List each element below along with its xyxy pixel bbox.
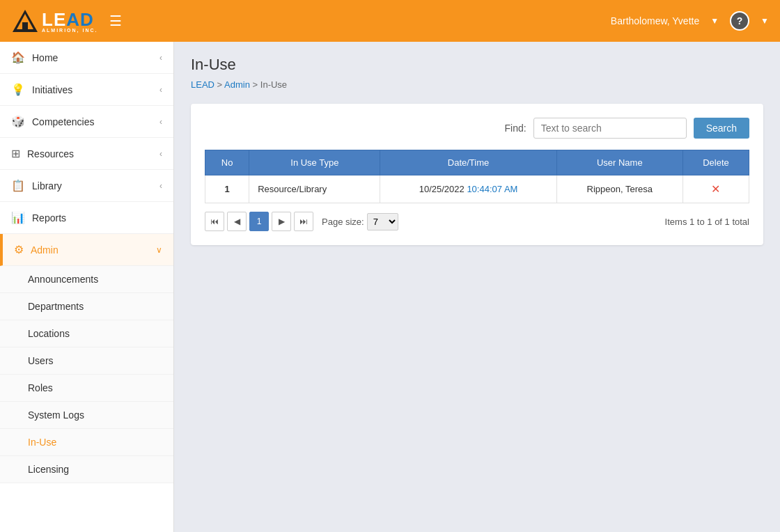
page-first[interactable]: ⏮ xyxy=(205,212,224,231)
search-bar: Find: Search xyxy=(205,118,749,139)
admin-submenu: Announcements Departments Locations User… xyxy=(0,266,173,483)
cell-time: 10:44:07 AM xyxy=(467,184,517,194)
page-1[interactable]: 1 xyxy=(249,212,269,231)
sidebar-label-competencies: Competencies xyxy=(32,116,95,127)
sidebar: 🏠 Home ‹ 💡 Initiatives ‹ 🎲 Competencies … xyxy=(0,42,174,532)
svg-rect-2 xyxy=(22,22,28,29)
breadcrumb: LEAD > Admin > In-Use xyxy=(191,79,763,90)
competencies-icon: 🎲 xyxy=(11,115,25,128)
competencies-caret: ‹ xyxy=(159,117,162,127)
layout: 🏠 Home ‹ 💡 Initiatives ‹ 🎲 Competencies … xyxy=(0,42,780,532)
library-caret: ‹ xyxy=(159,181,162,191)
home-icon: 🏠 xyxy=(11,51,25,64)
user-dropdown-caret[interactable]: ▼ xyxy=(710,16,719,26)
logo-icon xyxy=(11,7,39,35)
sidebar-item-initiatives[interactable]: 💡 Initiatives ‹ xyxy=(0,74,173,106)
submenu-item-departments[interactable]: Departments xyxy=(0,293,173,320)
table-header: No In Use Type Date/Time User Name Delet… xyxy=(205,150,749,175)
submenu-item-licensing[interactable]: Licensing xyxy=(0,456,173,483)
sidebar-label-library: Library xyxy=(32,180,62,191)
submenu-item-roles[interactable]: Roles xyxy=(0,375,173,402)
col-no: No xyxy=(205,150,249,175)
submenu-item-announcements[interactable]: Announcements xyxy=(0,266,173,293)
logo-text: LEAD ALMIRION, INC. xyxy=(42,9,98,33)
logo: LEAD ALMIRION, INC. xyxy=(11,7,98,35)
help-caret[interactable]: ▼ xyxy=(760,16,769,26)
initiatives-icon: 💡 xyxy=(11,83,25,96)
library-icon: 📋 xyxy=(11,179,25,192)
search-label: Find: xyxy=(505,123,526,134)
reports-icon: 📊 xyxy=(11,211,25,224)
page-size-label: Page size: xyxy=(322,217,364,227)
cell-date: 10/25/2022 xyxy=(419,184,465,194)
cell-in-use-type: Resource/Library xyxy=(249,175,380,203)
sidebar-item-resources[interactable]: ⊞ Resources ‹ xyxy=(0,138,173,170)
breadcrumb-sep1: > xyxy=(217,79,225,90)
sidebar-item-library[interactable]: 📋 Library ‹ xyxy=(0,170,173,202)
pagination-bar: ⏮ ◀ 1 ▶ ⏭ Page size: 7 10 25 Items 1 to … xyxy=(205,212,749,231)
content-card: Find: Search No In Use Type Date/Time Us… xyxy=(191,104,763,245)
page-title: In-Use xyxy=(191,56,763,74)
home-caret: ‹ xyxy=(159,53,162,63)
breadcrumb-current: In-Use xyxy=(260,79,287,90)
cell-username: Rippeon, Teresa xyxy=(556,175,682,203)
delete-button[interactable]: ✕ xyxy=(711,182,720,196)
submenu-item-in-use[interactable]: In-Use xyxy=(0,429,173,456)
search-button[interactable]: Search xyxy=(694,118,749,139)
admin-caret: ∨ xyxy=(156,245,162,255)
sidebar-label-resources: Resources xyxy=(27,148,74,159)
page-next[interactable]: ▶ xyxy=(272,212,291,231)
resources-caret: ‹ xyxy=(159,149,162,159)
sidebar-label-admin: Admin xyxy=(31,244,58,256)
breadcrumb-admin[interactable]: Admin xyxy=(224,79,250,90)
sidebar-item-home[interactable]: 🏠 Home ‹ xyxy=(0,42,173,74)
page-size-select[interactable]: 7 10 25 xyxy=(367,213,398,230)
breadcrumb-lead[interactable]: LEAD xyxy=(191,79,214,90)
submenu-item-users[interactable]: Users xyxy=(0,347,173,375)
top-navbar: LEAD ALMIRION, INC. ☰ Bartholomew, Yvett… xyxy=(0,0,780,42)
user-name[interactable]: Bartholomew, Yvette xyxy=(611,15,699,26)
sidebar-item-competencies[interactable]: 🎲 Competencies ‹ xyxy=(0,106,173,138)
breadcrumb-sep2: > xyxy=(253,79,260,90)
sidebar-item-reports[interactable]: 📊 Reports xyxy=(0,202,173,234)
submenu-item-system-logs[interactable]: System Logs xyxy=(0,402,173,429)
col-in-use-type: In Use Type xyxy=(249,150,380,175)
admin-icon: ⚙ xyxy=(14,243,24,256)
cell-no: 1 xyxy=(205,175,249,203)
sidebar-label-initiatives: Initiatives xyxy=(32,84,72,95)
nav-left: LEAD ALMIRION, INC. ☰ xyxy=(11,7,122,35)
help-button[interactable]: ? xyxy=(730,11,749,31)
page-last[interactable]: ⏭ xyxy=(294,212,313,231)
resources-icon: ⊞ xyxy=(11,147,20,160)
initiatives-caret: ‹ xyxy=(159,85,162,95)
cell-delete[interactable]: ✕ xyxy=(682,175,749,203)
table-body: 1 Resource/Library 10/25/2022 10:44:07 A… xyxy=(205,175,749,203)
pagination-info: Items 1 to 1 of 1 total xyxy=(665,217,749,227)
hamburger-menu[interactable]: ☰ xyxy=(109,13,122,29)
sidebar-label-reports: Reports xyxy=(32,212,66,224)
nav-right: Bartholomew, Yvette ▼ ? ▼ xyxy=(611,11,769,31)
submenu-item-locations[interactable]: Locations xyxy=(0,320,173,347)
page-prev[interactable]: ◀ xyxy=(227,212,247,231)
col-datetime: Date/Time xyxy=(380,150,556,175)
pagination-controls: ⏮ ◀ 1 ▶ ⏭ Page size: 7 10 25 xyxy=(205,212,398,231)
main-content: In-Use LEAD > Admin > In-Use Find: Searc… xyxy=(174,42,780,532)
col-delete: Delete xyxy=(682,150,749,175)
cell-datetime: 10/25/2022 10:44:07 AM xyxy=(380,175,556,203)
search-input[interactable] xyxy=(533,118,687,139)
in-use-table: No In Use Type Date/Time User Name Delet… xyxy=(205,150,749,203)
col-username: User Name xyxy=(556,150,682,175)
sidebar-label-home: Home xyxy=(32,52,58,63)
sidebar-item-admin[interactable]: ⚙ Admin ∨ xyxy=(0,234,173,266)
table-row: 1 Resource/Library 10/25/2022 10:44:07 A… xyxy=(205,175,749,203)
